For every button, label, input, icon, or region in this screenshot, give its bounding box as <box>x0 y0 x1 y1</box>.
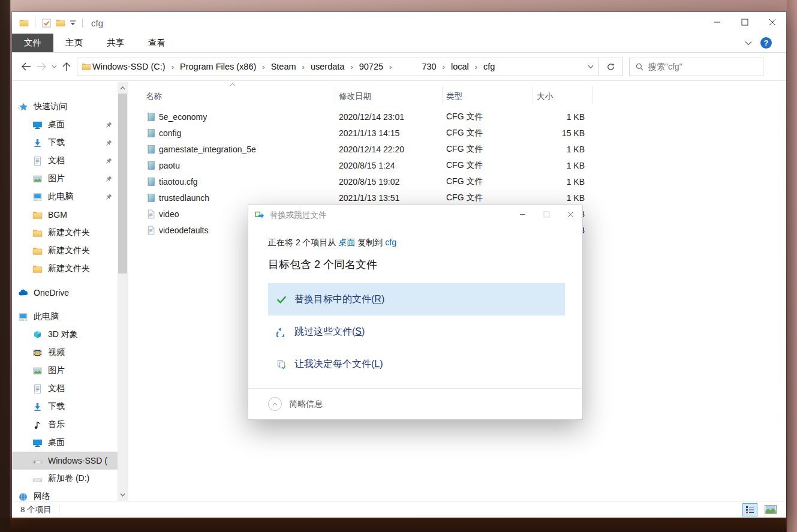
refresh-button[interactable] <box>599 58 622 76</box>
sidebar-item[interactable]: 此电脑 <box>12 308 118 326</box>
sidebar-item-label: 3D 对象 <box>48 329 78 340</box>
breadcrumb-separator: › <box>262 62 264 71</box>
drive-icon <box>32 474 43 484</box>
dialog-minimize-button[interactable] <box>510 205 534 223</box>
collapse-details-button[interactable] <box>268 397 282 411</box>
maximize-button[interactable] <box>731 12 759 32</box>
column-header-name[interactable]: 名称 <box>146 91 162 102</box>
minimize-button[interactable] <box>703 12 731 32</box>
sidebar-item[interactable]: 音乐 <box>12 416 118 434</box>
sidebar-item[interactable]: 下载 <box>12 134 118 152</box>
dialog-option-button[interactable]: 让我决定每个文件(L) <box>268 348 565 380</box>
breadcrumb-item[interactable]: userdata › <box>309 62 358 71</box>
file-row[interactable]: paotu 2020/8/15 1:24 CFG 文件 1 KB <box>141 157 621 173</box>
source-link[interactable]: 桌面 <box>338 238 355 247</box>
sidebar-item[interactable]: 新建文件夹 <box>12 242 118 260</box>
ribbon-tab[interactable]: 主页 <box>53 34 95 52</box>
file-row[interactable]: trustedlaunch 2021/1/13 13:51 CFG 文件 1 K… <box>141 190 621 206</box>
destination-link[interactable]: cfg <box>385 238 396 247</box>
sidebar-item[interactable]: BGM <box>12 206 118 224</box>
collapse-ribbon-icon[interactable] <box>745 41 752 46</box>
sidebar-item[interactable]: 新建文件夹 <box>12 260 118 278</box>
up-button[interactable] <box>59 58 74 76</box>
qat-new-folder-button[interactable] <box>56 18 65 28</box>
ribbon-tab[interactable]: 共享 <box>95 34 136 52</box>
file-name: 5e_economy <box>159 112 207 122</box>
sidebar-item[interactable]: 桌面 <box>12 116 118 134</box>
breadcrumb-item[interactable]: local › <box>450 62 482 71</box>
file-row[interactable]: config 2021/1/13 14:15 CFG 文件 15 KB <box>141 125 621 141</box>
column-header-date[interactable]: 修改日期 <box>339 91 371 102</box>
sidebar-item[interactable]: 文档 <box>12 380 118 398</box>
forward-button[interactable] <box>34 58 49 76</box>
sidebar-item[interactable]: 桌面 <box>12 434 118 452</box>
txtfile-icon <box>146 225 156 235</box>
dialog-maximize-button[interactable] <box>534 205 558 223</box>
scroll-down-icon[interactable] <box>118 489 128 500</box>
qat-customize-dropdown-icon[interactable] <box>70 20 76 26</box>
address-bar[interactable]: Windows-SSD (C:) › Program Files (x86) ›… <box>77 58 623 76</box>
sidebar-scrollbar[interactable] <box>118 82 128 501</box>
sidebar-item[interactable]: 新建文件夹 <box>12 224 118 242</box>
sidebar-item[interactable]: 此电脑 <box>12 188 118 206</box>
breadcrumb-item[interactable]: Steam › <box>270 62 309 71</box>
column-header-type[interactable]: 类型 <box>446 91 462 102</box>
sidebar-item-label: BGM <box>48 210 67 220</box>
divider <box>59 505 59 515</box>
column-header-size[interactable]: 大小 <box>537 91 553 102</box>
sidebar-item[interactable]: 图片 <box>12 170 118 188</box>
file-date: 2020/8/15 1:24 <box>339 161 395 170</box>
dialog-heading: 目标包含 2 个同名文件 <box>268 257 563 272</box>
sidebar-item-label: 下载 <box>48 401 65 412</box>
dialog-footer: 简略信息 <box>248 388 582 419</box>
file-type: CFG 文件 <box>446 193 483 203</box>
file-row[interactable]: gamestate_integration_5e 2020/12/14 22:2… <box>141 141 621 157</box>
sidebar-item[interactable]: 下载 <box>12 398 118 416</box>
breadcrumb-separator: › <box>302 62 305 71</box>
sidebar-item[interactable]: 新加卷 (D:) <box>12 470 118 488</box>
search-icon <box>635 62 644 71</box>
scroll-up-icon[interactable] <box>118 83 128 93</box>
breadcrumb: Windows-SSD (C:) › Program Files (x86) ›… <box>91 62 583 71</box>
address-dropdown-icon[interactable] <box>583 65 598 69</box>
sidebar-item-label: 视频 <box>48 347 65 358</box>
sidebar-item[interactable]: 快速访问 <box>12 98 118 116</box>
sidebar-item[interactable]: OneDrive <box>12 284 118 302</box>
music-icon <box>32 420 43 430</box>
qat-properties-button[interactable] <box>41 18 52 28</box>
cfgfile-icon <box>146 128 156 138</box>
close-button[interactable] <box>759 12 786 32</box>
recent-locations-dropdown-icon[interactable] <box>49 58 59 76</box>
breadcrumb-item[interactable]: Windows-SSD (C:) › <box>91 62 179 71</box>
file-row[interactable]: 5e_economy 2020/12/14 23:01 CFG 文件 1 KB <box>141 109 621 125</box>
document-icon <box>32 384 43 394</box>
breadcrumb-item[interactable]: cfg › <box>482 62 496 71</box>
sidebar-item[interactable]: 网络 <box>12 488 118 501</box>
file-row[interactable]: tiaotou.cfg 2020/8/15 19:02 CFG 文件 1 KB <box>141 173 621 190</box>
sidebar-item[interactable]: 图片 <box>12 362 118 380</box>
sidebar-item[interactable]: 文档 <box>12 152 118 170</box>
ribbon-tab[interactable]: 查看 <box>136 34 178 52</box>
dialog-option-button[interactable]: 跳过这些文件(S) <box>268 315 565 348</box>
sidebar-item[interactable]: 3D 对象 <box>12 326 118 344</box>
breadcrumb-item[interactable]: 730 › <box>420 62 450 71</box>
dialog-option-button[interactable]: 替换目标中的文件(R) <box>268 283 565 315</box>
dialog-close-button[interactable] <box>558 205 582 223</box>
file-name: video <box>159 209 179 219</box>
thumbnail-view-button[interactable] <box>763 503 778 516</box>
sidebar-item[interactable]: Windows-SSD ( <box>12 452 118 470</box>
cfgfile-icon <box>146 144 156 154</box>
breadcrumb-item[interactable]: Program Files (x86) › <box>179 62 270 71</box>
sidebar-item[interactable]: 视频 <box>12 344 118 362</box>
folder-icon <box>32 264 43 274</box>
file-name: tiaotou.cfg <box>159 177 198 187</box>
back-button[interactable] <box>18 58 34 76</box>
dialog-option-label: 让我决定每个文件(L) <box>294 358 383 371</box>
search-input[interactable] <box>648 62 757 71</box>
dialog-title-bar: 替换或跳过文件 <box>248 205 582 226</box>
ribbon-tab[interactable]: 文件 <box>12 34 53 52</box>
help-button[interactable]: ? <box>760 37 772 49</box>
details-view-button[interactable] <box>742 503 757 516</box>
breadcrumb-item[interactable]: 90725 › <box>358 62 397 71</box>
scrollbar-thumb[interactable] <box>118 94 127 273</box>
